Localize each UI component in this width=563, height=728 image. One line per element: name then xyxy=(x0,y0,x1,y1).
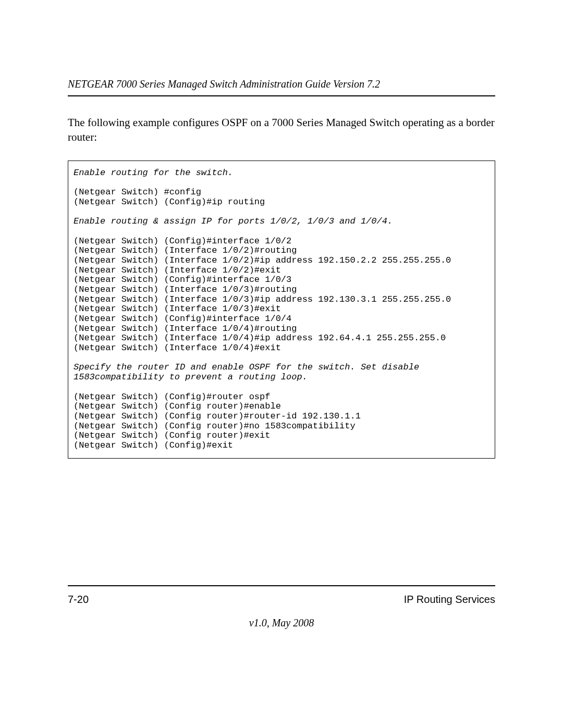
code-block-3: (Netgear Switch) (Config)#router ospf (N… xyxy=(74,392,361,450)
code-comment-2: Enable routing & assign IP for ports 1/0… xyxy=(74,216,393,226)
footer-rule xyxy=(68,585,495,586)
code-block-1: (Netgear Switch) #config (Netgear Switch… xyxy=(74,187,265,207)
page-footer: 7-20 IP Routing Services v1.0, May 2008 xyxy=(68,585,495,629)
footer-version: v1.0, May 2008 xyxy=(68,617,495,629)
section-title: IP Routing Services xyxy=(404,594,495,606)
code-example-box: Enable routing for the switch. (Netgear … xyxy=(68,161,495,459)
code-comment-3: Specify the router ID and enable OSPF fo… xyxy=(74,362,419,382)
running-header: NETGEAR 7000 Series Managed Switch Admin… xyxy=(68,78,495,96)
document-page: NETGEAR 7000 Series Managed Switch Admin… xyxy=(0,0,563,728)
footer-row: 7-20 IP Routing Services xyxy=(68,594,495,606)
page-number: 7-20 xyxy=(68,594,89,606)
intro-paragraph: The following example configures OSPF on… xyxy=(68,115,495,145)
code-comment-1: Enable routing for the switch. xyxy=(74,168,233,178)
code-block-2: (Netgear Switch) (Config)#interface 1/0/… xyxy=(74,236,451,353)
